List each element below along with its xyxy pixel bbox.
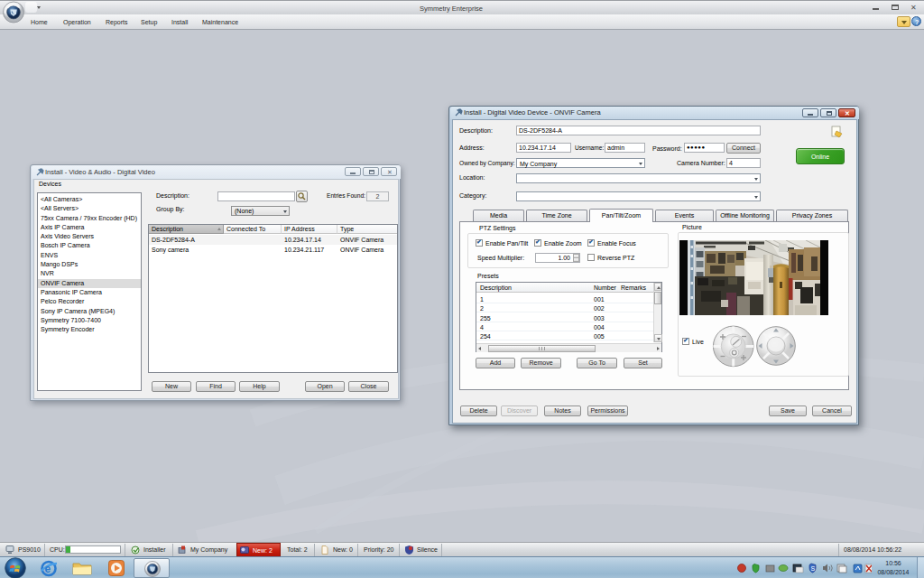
svg-text:S: S bbox=[811, 565, 816, 572]
svg-text:e: e bbox=[45, 563, 51, 575]
